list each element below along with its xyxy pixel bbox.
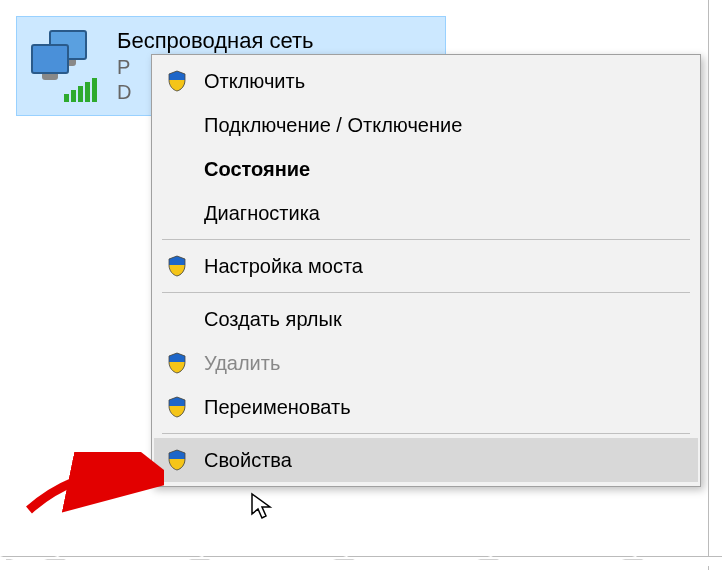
menu-item-label: Диагностика xyxy=(204,202,320,225)
wifi-signal-icon xyxy=(64,78,97,102)
torn-edge-right xyxy=(708,0,722,570)
empty-icon xyxy=(164,156,190,182)
menu-item-label: Свойства xyxy=(204,449,292,472)
uac-shield-icon xyxy=(164,350,190,376)
menu-item-label: Отключить xyxy=(204,70,305,93)
menu-item-настройка-моста[interactable]: Настройка моста xyxy=(154,244,698,288)
menu-item-label: Состояние xyxy=(204,158,310,181)
menu-item-подключение-отключение[interactable]: Подключение / Отключение xyxy=(154,103,698,147)
menu-separator xyxy=(162,433,690,434)
uac-shield-icon xyxy=(164,253,190,279)
menu-item-label: Подключение / Отключение xyxy=(204,114,462,137)
network-adapter-icon xyxy=(25,26,105,106)
menu-item-label: Настройка моста xyxy=(204,255,363,278)
menu-item-label: Переименовать xyxy=(204,396,351,419)
menu-item-label: Удалить xyxy=(204,352,280,375)
menu-item-свойства[interactable]: Свойства xyxy=(154,438,698,482)
network-title: Беспроводная сеть xyxy=(117,28,314,54)
menu-separator xyxy=(162,239,690,240)
empty-icon xyxy=(164,306,190,332)
torn-edge-bottom xyxy=(0,556,722,570)
menu-separator xyxy=(162,292,690,293)
uac-shield-icon xyxy=(164,394,190,420)
uac-shield-icon xyxy=(164,447,190,473)
menu-item-переименовать[interactable]: Переименовать xyxy=(154,385,698,429)
menu-item-label: Создать ярлык xyxy=(204,308,342,331)
context-menu: ОтключитьПодключение / ОтключениеСостоян… xyxy=(151,54,701,487)
uac-shield-icon xyxy=(164,68,190,94)
empty-icon xyxy=(164,112,190,138)
empty-icon xyxy=(164,200,190,226)
menu-item-отключить[interactable]: Отключить xyxy=(154,59,698,103)
menu-item-состояние[interactable]: Состояние xyxy=(154,147,698,191)
menu-item-удалить: Удалить xyxy=(154,341,698,385)
menu-item-создать-ярлык[interactable]: Создать ярлык xyxy=(154,297,698,341)
menu-item-диагностика[interactable]: Диагностика xyxy=(154,191,698,235)
